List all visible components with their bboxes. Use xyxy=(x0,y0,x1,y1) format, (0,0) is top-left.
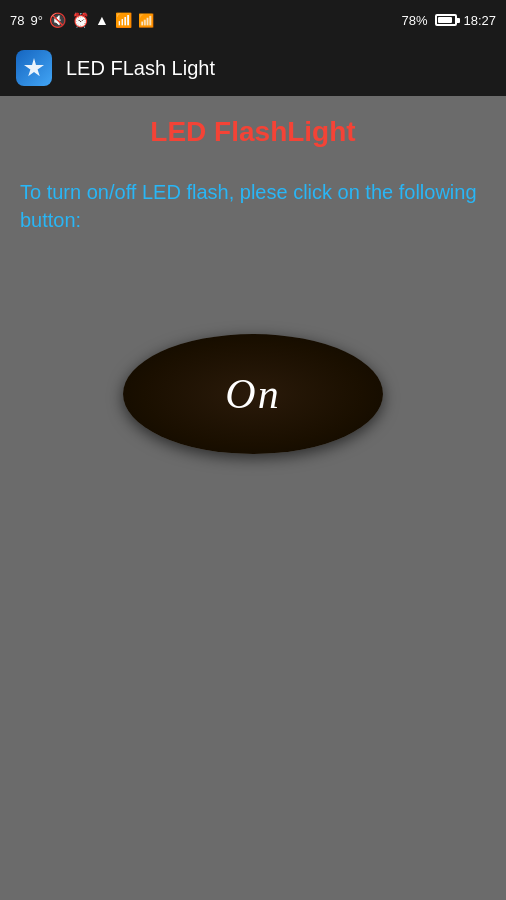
app-bar: LED FLash Light xyxy=(0,40,506,96)
mute-icon: 🔇 xyxy=(49,12,66,28)
status-bar-right: 78% 18:27 xyxy=(401,13,496,28)
status-bar: 78 9° 🔇 ⏰ ▲ 📶 📶 78% 18:27 xyxy=(0,0,506,40)
alarm-icon: ⏰ xyxy=(72,12,89,28)
temperature-display: 9° xyxy=(30,13,42,28)
battery-percent: 78% xyxy=(401,13,427,28)
app-bar-title: LED FLash Light xyxy=(66,57,215,80)
signal-icon: 📶 xyxy=(115,12,132,28)
battery-icon xyxy=(435,14,457,26)
status-bar-left: 78 9° 🔇 ⏰ ▲ 📶 📶 xyxy=(10,12,154,28)
app-icon xyxy=(16,50,52,86)
on-off-button[interactable]: On xyxy=(123,334,383,454)
toggle-button-label: On xyxy=(225,370,280,418)
clock: 18:27 xyxy=(463,13,496,28)
main-content: LED FlashLight To turn on/off LED flash,… xyxy=(0,96,506,900)
lte-icon: 📶 xyxy=(138,13,154,28)
instruction-text: To turn on/off LED flash, plese click on… xyxy=(20,178,486,234)
wifi-icon: ▲ xyxy=(95,12,109,28)
flashlight-icon xyxy=(24,58,44,78)
toggle-button-container: On xyxy=(20,334,486,454)
status-number: 78 xyxy=(10,13,24,28)
page-title: LED FlashLight xyxy=(20,116,486,148)
